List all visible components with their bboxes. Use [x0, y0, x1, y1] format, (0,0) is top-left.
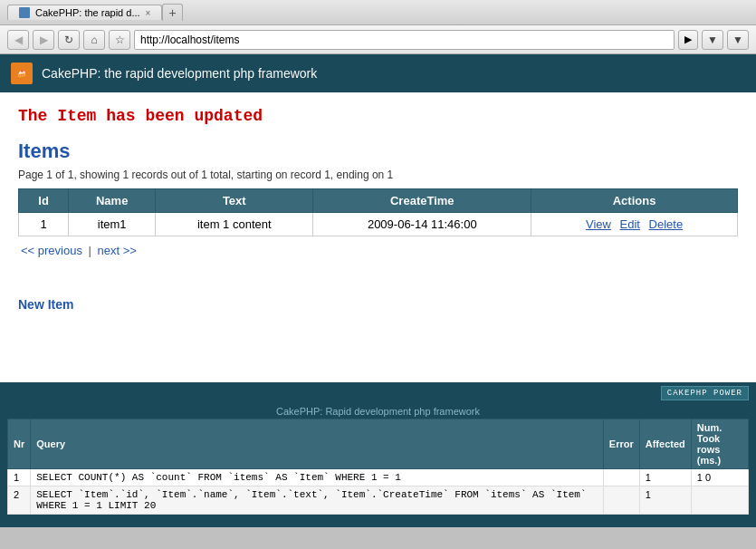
action-view-link[interactable]: View	[586, 217, 611, 231]
action-delete-link[interactable]: Delete	[649, 217, 684, 231]
star-button[interactable]: ☆	[109, 30, 130, 50]
bookmark-button[interactable]: ▼	[702, 30, 723, 50]
action-edit-link[interactable]: Edit	[620, 217, 640, 231]
cell-actions: View Edit Delete	[531, 213, 738, 236]
cell-id: 1	[19, 213, 69, 236]
pagination-info: Page 1 of 1, showing 1 records out of 1 …	[18, 169, 738, 181]
col-header-id[interactable]: Id	[19, 189, 69, 213]
browser-tab[interactable]: CakePHP: the rapid d... ×	[7, 5, 162, 20]
debug-cell-nr: 1	[8, 469, 31, 486]
debug-col-query: Query	[31, 419, 604, 469]
prev-page-link[interactable]: << previous	[21, 244, 82, 257]
debug-cell-error	[603, 486, 639, 515]
browser-titlebar: CakePHP: the rapid d... × +	[0, 0, 756, 25]
tab-title: CakePHP: the rapid d...	[35, 7, 140, 18]
debug-cell-error	[603, 469, 639, 486]
home-button[interactable]: ⌂	[83, 30, 105, 50]
items-table: Id Name Text CreateTime Actions 1 item1 …	[18, 188, 738, 236]
forward-button[interactable]: ▶	[33, 30, 54, 50]
powered-badge: CAKEPHP POWER	[661, 386, 749, 400]
new-item-link[interactable]: New Item	[18, 297, 73, 312]
debug-col-numrows: Num. Tookrows (ms.)	[691, 419, 748, 469]
tab-close-button[interactable]: ×	[146, 8, 151, 18]
back-button[interactable]: ◀	[7, 30, 29, 50]
debug-cell-query: SELECT `Item`.`id`, `Item`.`name`, `Item…	[31, 486, 604, 515]
debug-cell-numrows: 1 0	[691, 469, 748, 486]
go-button[interactable]: ▶	[678, 30, 698, 50]
page-content: The Item has been updated Items Page 1 o…	[0, 92, 756, 382]
tab-favicon	[19, 7, 30, 18]
debug-table-row: 2 SELECT `Item`.`id`, `Item`.`name`, `It…	[8, 486, 749, 515]
debug-cell-nr: 2	[8, 486, 31, 515]
next-page-link[interactable]: next >>	[98, 244, 137, 257]
app-logo: 🍰	[11, 63, 33, 84]
new-tab-button[interactable]: +	[162, 4, 182, 21]
success-message: The Item has been updated	[18, 107, 738, 125]
section-title: Items	[18, 140, 738, 163]
col-header-actions: Actions	[531, 189, 738, 213]
logo-text: 🍰	[17, 70, 26, 78]
cell-text: item 1 content	[156, 213, 313, 236]
pagination-sep: |	[85, 244, 95, 257]
debug-footer: CAKEPHP POWER CakePHP: Rapid development…	[0, 382, 756, 527]
app-header: 🍰 CakePHP: the rapid development php fra…	[0, 54, 756, 92]
pagination-nav: << previous | next >>	[18, 244, 738, 257]
debug-powered-bar: CAKEPHP POWER	[0, 382, 756, 404]
debug-credit: CakePHP: Rapid development php framework	[0, 404, 756, 419]
col-header-name[interactable]: Name	[69, 189, 156, 213]
address-bar[interactable]	[134, 30, 675, 50]
debug-cell-affected: 1	[639, 486, 691, 515]
table-row: 1 item1 item 1 content 2009-06-14 11:46:…	[19, 213, 738, 236]
reload-button[interactable]: ↻	[58, 30, 80, 50]
col-header-text[interactable]: Text	[156, 189, 313, 213]
debug-table-container: Nr Query Error Affected Num. Tookrows (m…	[7, 419, 749, 515]
browser-toolbar: ◀ ▶ ↻ ⌂ ☆ ▶ ▼ ▼	[0, 25, 756, 54]
debug-col-error: Error	[603, 419, 639, 469]
tools-button[interactable]: ▼	[727, 30, 749, 50]
debug-cell-numrows	[691, 486, 748, 515]
col-header-createtime[interactable]: CreateTime	[313, 189, 531, 213]
debug-cell-query: SELECT COUNT(*) AS `count` FROM `items` …	[31, 469, 604, 486]
debug-col-nr: Nr	[8, 419, 31, 469]
app-title: CakePHP: the rapid development php frame…	[42, 66, 317, 81]
address-bar-container	[134, 30, 675, 50]
debug-table-row: 1 SELECT COUNT(*) AS `count` FROM `items…	[8, 469, 749, 486]
debug-cell-affected: 1	[639, 469, 691, 486]
debug-table: Nr Query Error Affected Num. Tookrows (m…	[7, 419, 749, 515]
debug-col-affected: Affected	[639, 419, 691, 469]
cell-name: item1	[69, 213, 156, 236]
cell-createtime: 2009-06-14 11:46:00	[313, 213, 531, 236]
